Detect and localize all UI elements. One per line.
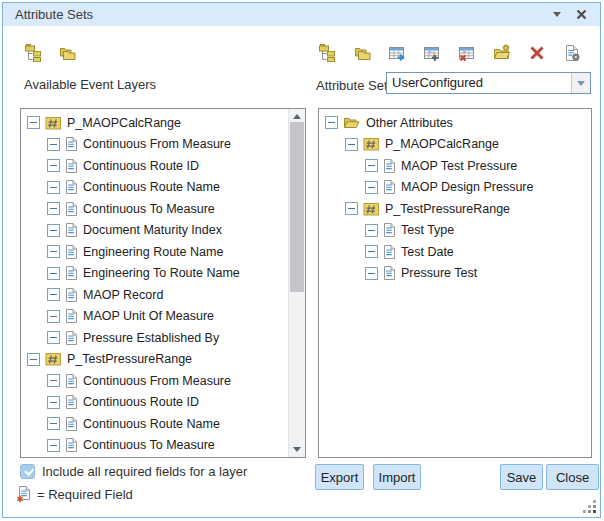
delete-button[interactable]	[528, 43, 546, 62]
collapse-all-button[interactable]	[353, 43, 371, 62]
tree-item-label: P_TestPressureRange	[67, 352, 192, 366]
tree-item-label: P_MAOPCalcRange	[67, 116, 181, 130]
available-layers-tree: P_MAOPCalcRangeContinuous From MeasureCo…	[21, 109, 288, 457]
tree-item-label: Continuous Route ID	[83, 159, 199, 173]
tree-item[interactable]: Engineering Route Name	[21, 241, 288, 263]
field-icon	[65, 136, 78, 152]
combobox-dropdown-button[interactable]	[571, 73, 590, 93]
tree-item-label: Other Attributes	[366, 116, 453, 130]
vertical-scrollbar[interactable]	[288, 109, 305, 457]
close-window-button[interactable]	[572, 3, 590, 26]
collapse-toggle[interactable]	[47, 310, 60, 323]
collapse-toggle[interactable]	[47, 374, 60, 387]
collapse-toggle[interactable]	[47, 267, 60, 280]
tree-item[interactable]: P_MAOPCalcRange	[21, 112, 288, 134]
collapse-toggle[interactable]	[47, 331, 60, 344]
tree-item[interactable]: P_TestPressureRange	[319, 198, 591, 220]
properties-report-button[interactable]	[563, 43, 581, 62]
close-icon	[576, 9, 587, 20]
collapse-toggle[interactable]	[47, 417, 60, 430]
tree-item-label: Continuous Route ID	[83, 395, 199, 409]
tree-item[interactable]: MAOP Design Pressure	[319, 177, 591, 199]
collapse-toggle[interactable]	[47, 138, 60, 151]
collapse-toggle[interactable]	[47, 245, 60, 258]
save-button[interactable]: Save	[500, 464, 543, 490]
tree-item[interactable]: MAOP Test Pressure	[319, 155, 591, 177]
table-remove-button[interactable]	[458, 43, 476, 62]
new-attribute-set-icon	[493, 44, 511, 61]
include-required-fields-checkbox[interactable]	[20, 464, 35, 479]
collapse-toggle[interactable]	[27, 353, 40, 366]
tree-item[interactable]: Pressure Established By	[21, 327, 288, 349]
resize-grip[interactable]	[583, 500, 596, 513]
arrow-down-icon	[293, 447, 301, 452]
tree-item[interactable]: MAOP Unit Of Measure	[21, 306, 288, 328]
tree-item[interactable]: Continuous Route ID	[21, 155, 288, 177]
collapse-toggle[interactable]	[325, 116, 338, 129]
collapse-toggle[interactable]	[365, 267, 378, 280]
collapse-toggle[interactable]	[365, 181, 378, 194]
new-attribute-set-button[interactable]	[493, 43, 511, 62]
arrow-up-icon	[293, 114, 301, 119]
field-icon	[65, 437, 78, 453]
available-layers-panel: P_MAOPCalcRangeContinuous From MeasureCo…	[20, 108, 306, 458]
field-icon	[65, 222, 78, 238]
tree-item-label: Test Type	[401, 223, 454, 237]
tree-item[interactable]: P_MAOPCalcRange	[319, 134, 591, 156]
tree-item[interactable]: Continuous To Measure	[21, 198, 288, 220]
tree-item[interactable]: Test Date	[319, 241, 591, 263]
import-button[interactable]: Import	[373, 464, 421, 490]
collapse-toggle[interactable]	[47, 202, 60, 215]
collapse-toggle[interactable]	[47, 288, 60, 301]
expand-all-button[interactable]	[318, 43, 336, 62]
tree-item[interactable]: Test Type	[319, 220, 591, 242]
scroll-down-button[interactable]	[289, 442, 305, 457]
tree-item[interactable]: Document Maturity Index	[21, 220, 288, 242]
table-export-button[interactable]	[388, 43, 406, 62]
close-button[interactable]: Close	[546, 464, 599, 490]
tree-item[interactable]: Other Attributes	[319, 112, 591, 134]
dialog-title: Attribute Sets	[15, 3, 93, 26]
tree-item[interactable]: P_TestPressureRange	[21, 349, 288, 371]
collapse-all-icon	[353, 44, 372, 62]
right-toolbar	[318, 43, 581, 62]
collapse-toggle[interactable]	[365, 245, 378, 258]
attribute-set-combobox[interactable]: UserConfigured	[386, 72, 591, 94]
layer-icon	[363, 136, 380, 152]
tree-item[interactable]: Engineering To Route Name	[21, 263, 288, 285]
tree-item[interactable]: Continuous Route ID	[21, 392, 288, 414]
collapse-toggle[interactable]	[365, 224, 378, 237]
collapse-toggle[interactable]	[365, 159, 378, 172]
tree-item[interactable]: Continuous Route Name	[21, 413, 288, 435]
collapse-toggle[interactable]	[345, 138, 358, 151]
collapse-toggle[interactable]	[47, 396, 60, 409]
collapse-toggle[interactable]	[47, 181, 60, 194]
collapse-toggle[interactable]	[47, 224, 60, 237]
required-field-legend-row: = Required Field	[16, 485, 133, 504]
folder-icon	[343, 115, 361, 130]
layer-icon	[45, 351, 62, 367]
field-icon	[383, 158, 396, 174]
tree-item[interactable]: Continuous To Measure	[21, 435, 288, 457]
collapse-toggle[interactable]	[27, 116, 40, 129]
scrollbar-thumb[interactable]	[290, 122, 304, 292]
collapse-toggle[interactable]	[47, 439, 60, 452]
export-button[interactable]: Export	[315, 464, 364, 490]
field-icon	[65, 373, 78, 389]
tree-item[interactable]: Pressure Test	[319, 263, 591, 285]
tree-item[interactable]: Continuous From Measure	[21, 370, 288, 392]
tree-item-label: Continuous To Measure	[83, 438, 215, 452]
collapse-toggle[interactable]	[47, 159, 60, 172]
collapse-all-button[interactable]	[58, 43, 76, 62]
window-menu-button[interactable]	[548, 3, 566, 26]
expand-all-button[interactable]	[24, 43, 42, 62]
table-add-button[interactable]	[423, 43, 441, 62]
table-add-icon	[423, 44, 441, 62]
tree-item-label: Continuous From Measure	[83, 137, 231, 151]
title-bar[interactable]: Attribute Sets	[3, 3, 600, 26]
tree-item[interactable]: MAOP Record	[21, 284, 288, 306]
collapse-toggle[interactable]	[345, 202, 358, 215]
tree-item[interactable]: Continuous Route Name	[21, 177, 288, 199]
tree-item[interactable]: Continuous From Measure	[21, 134, 288, 156]
field-icon	[65, 416, 78, 432]
